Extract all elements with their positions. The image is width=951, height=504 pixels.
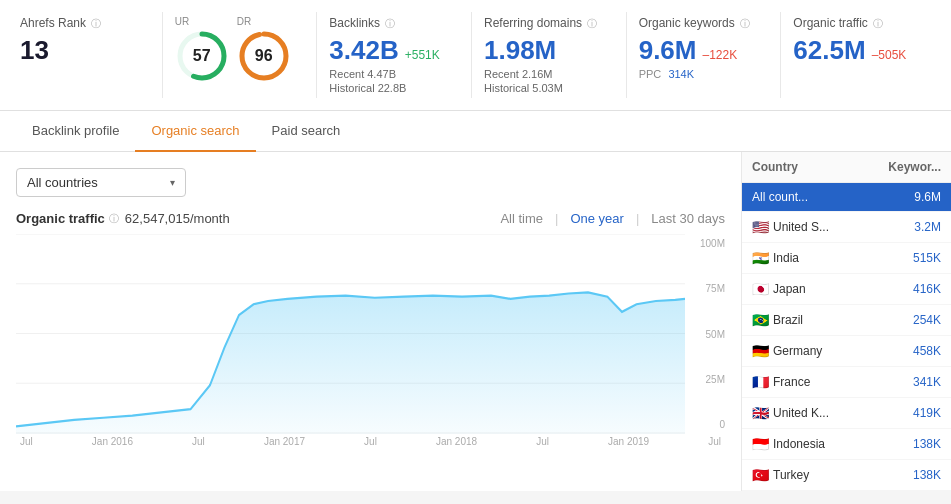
x-label-5: Jan 2018 bbox=[436, 436, 477, 447]
country-flag-icon: 🇩🇪 bbox=[752, 343, 769, 359]
table-row[interactable]: 🇮🇳India515K bbox=[742, 243, 951, 274]
ahrefs-rank-label-text: Ahrefs Rank bbox=[20, 16, 86, 30]
tab-backlink-profile[interactable]: Backlink profile bbox=[16, 111, 135, 152]
country-flag-icon: 🇧🇷 bbox=[752, 312, 769, 328]
country-name: United S... bbox=[773, 220, 829, 234]
organic-keywords-value: 9.6M bbox=[639, 35, 697, 66]
chart-area-fill bbox=[16, 292, 685, 434]
table-row[interactable]: All count...9.6M bbox=[742, 183, 951, 212]
country-cell: 🇩🇪Germany bbox=[742, 336, 861, 367]
referring-domains-recent: Recent 2.16M bbox=[484, 68, 614, 80]
country-cell: 🇺🇸United S... bbox=[742, 212, 861, 243]
backlinks-historical: Historical 22.8B bbox=[329, 82, 459, 94]
ur-value: 57 bbox=[193, 47, 211, 65]
ur-label: UR bbox=[175, 16, 229, 27]
y-label-50m: 50M bbox=[689, 329, 725, 340]
table-row[interactable]: 🇯🇵Japan416K bbox=[742, 274, 951, 305]
tab-organic-search[interactable]: Organic search bbox=[135, 111, 255, 152]
dr-gauge-wrap: 96 bbox=[237, 29, 291, 83]
country-flag-icon: 🇮🇩 bbox=[752, 436, 769, 452]
keywords-cell: 515K bbox=[861, 243, 951, 274]
country-flag-icon: 🇹🇷 bbox=[752, 467, 769, 483]
time-filters: All time | One year | Last 30 days bbox=[500, 211, 725, 226]
keywords-cell: 341K bbox=[861, 367, 951, 398]
organic-keywords-label: Organic keywords ⓘ bbox=[639, 16, 769, 31]
country-cell: 🇮🇩Indonesia bbox=[742, 429, 861, 460]
country-flag-icon: 🇺🇸 bbox=[752, 219, 769, 235]
dr-label: DR bbox=[237, 16, 291, 27]
ahrefs-rank-metric: Ahrefs Rank ⓘ 13 bbox=[16, 12, 163, 98]
x-label-1: Jan 2016 bbox=[92, 436, 133, 447]
col-country-header: Country bbox=[742, 152, 861, 183]
traffic-chart-svg bbox=[16, 234, 685, 434]
keywords-cell: 9.6M bbox=[861, 183, 951, 212]
backlinks-info-icon: ⓘ bbox=[385, 18, 395, 29]
organic-traffic-delta: –505K bbox=[872, 48, 907, 62]
y-label-100m: 100M bbox=[689, 238, 725, 249]
country-table-header: Country Keywor... bbox=[742, 152, 951, 183]
keywords-cell: 419K bbox=[861, 398, 951, 429]
backlinks-delta: +551K bbox=[405, 48, 440, 62]
ahrefs-rank-value: 13 bbox=[20, 35, 150, 66]
right-panel: Country Keywor... All count...9.6M🇺🇸Unit… bbox=[741, 152, 951, 491]
country-dropdown[interactable]: All countries ▾ bbox=[16, 168, 186, 197]
keywords-cell: 3.2M bbox=[861, 212, 951, 243]
organic-traffic-value: 62.5M bbox=[793, 35, 865, 66]
country-cell: 🇯🇵Japan bbox=[742, 274, 861, 305]
y-label-25m: 25M bbox=[689, 374, 725, 385]
table-row[interactable]: 🇺🇸United S...3.2M bbox=[742, 212, 951, 243]
traffic-number: 62,547,015 bbox=[125, 211, 190, 226]
referring-domains-label: Referring domains ⓘ bbox=[484, 16, 614, 31]
country-cell: 🇮🇳India bbox=[742, 243, 861, 274]
country-flag-icon: 🇬🇧 bbox=[752, 405, 769, 421]
ur-gauge-wrap: 57 bbox=[175, 29, 229, 83]
backlinks-label-text: Backlinks bbox=[329, 16, 380, 30]
tab-paid-search[interactable]: Paid search bbox=[256, 111, 357, 152]
keywords-cell: 458K bbox=[861, 336, 951, 367]
country-name: Japan bbox=[773, 282, 806, 296]
time-filter-last-30-days[interactable]: Last 30 days bbox=[651, 211, 725, 226]
country-name: India bbox=[773, 251, 799, 265]
ahrefs-rank-label: Ahrefs Rank ⓘ bbox=[20, 16, 150, 31]
country-name: United K... bbox=[773, 406, 829, 420]
table-row[interactable]: 🇹🇷Turkey138K bbox=[742, 460, 951, 491]
time-filter-one-year[interactable]: One year bbox=[570, 211, 623, 226]
chart-area: 100M 75M 50M 25M 0 bbox=[16, 234, 725, 434]
country-name: All count... bbox=[752, 190, 808, 204]
x-label-0: Jul bbox=[20, 436, 33, 447]
x-label-2: Jul bbox=[192, 436, 205, 447]
table-row[interactable]: 🇩🇪Germany458K bbox=[742, 336, 951, 367]
chart-inner bbox=[16, 234, 685, 434]
dr-value: 96 bbox=[255, 47, 273, 65]
dropdown-arrow-icon: ▾ bbox=[170, 177, 175, 188]
organic-traffic-metric: Organic traffic ⓘ 62.5M –505K bbox=[781, 12, 935, 98]
table-row[interactable]: 🇬🇧United K...419K bbox=[742, 398, 951, 429]
country-table: Country Keywor... All count...9.6M🇺🇸Unit… bbox=[742, 152, 951, 491]
x-label-7: Jan 2019 bbox=[608, 436, 649, 447]
table-row[interactable]: 🇫🇷France341K bbox=[742, 367, 951, 398]
table-row[interactable]: 🇧🇷Brazil254K bbox=[742, 305, 951, 336]
referring-domains-metric: Referring domains ⓘ 1.98M Recent 2.16M H… bbox=[472, 12, 627, 98]
y-label-75m: 75M bbox=[689, 283, 725, 294]
traffic-unit: /month bbox=[190, 211, 230, 226]
keywords-cell: 138K bbox=[861, 429, 951, 460]
country-cell: 🇧🇷Brazil bbox=[742, 305, 861, 336]
referring-domains-info-icon: ⓘ bbox=[587, 18, 597, 29]
chart-y-labels: 100M 75M 50M 25M 0 bbox=[689, 234, 725, 434]
table-row[interactable]: 🇮🇩Indonesia138K bbox=[742, 429, 951, 460]
ppc-label: PPC bbox=[639, 68, 662, 80]
keywords-cell: 254K bbox=[861, 305, 951, 336]
tabs-bar: Backlink profile Organic search Paid sea… bbox=[0, 111, 951, 152]
backlinks-recent: Recent 4.47B bbox=[329, 68, 459, 80]
ppc-value: 314K bbox=[668, 68, 694, 80]
country-name: Brazil bbox=[773, 313, 803, 327]
x-label-3: Jan 2017 bbox=[264, 436, 305, 447]
country-name: Germany bbox=[773, 344, 822, 358]
backlinks-label: Backlinks ⓘ bbox=[329, 16, 459, 31]
country-name: Indonesia bbox=[773, 437, 825, 451]
chart-x-labels: Jul Jan 2016 Jul Jan 2017 Jul Jan 2018 J… bbox=[16, 436, 725, 447]
traffic-value: 62,547,015/month bbox=[125, 211, 230, 226]
organic-keywords-metric: Organic keywords ⓘ 9.6M –122K PPC 314K bbox=[627, 12, 782, 98]
time-filter-all-time[interactable]: All time bbox=[500, 211, 543, 226]
traffic-info-icon: ⓘ bbox=[109, 212, 119, 226]
